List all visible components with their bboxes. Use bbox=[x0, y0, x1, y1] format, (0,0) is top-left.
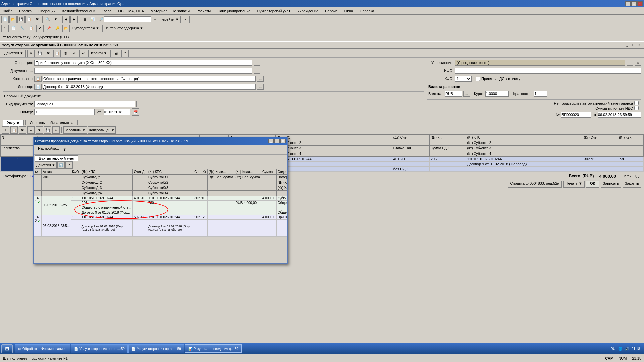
rate-input[interactable]: 1.0000 bbox=[485, 90, 509, 97]
counterpart-search[interactable]: ... bbox=[257, 76, 264, 82]
doc-num-input2[interactable]: 9 bbox=[34, 109, 95, 115]
tb2-4[interactable]: 📋 bbox=[28, 25, 35, 32]
tb-fwd[interactable]: ▶ bbox=[70, 16, 78, 23]
counterpart-icon-btn[interactable]: 📋 bbox=[34, 76, 42, 82]
doc-win-max[interactable]: □ bbox=[631, 43, 636, 47]
contract-icon-btn[interactable]: 📄 bbox=[34, 84, 42, 90]
act-pereiti[interactable]: Перейти ▼ bbox=[88, 50, 108, 57]
tb2-3[interactable]: 🔧 bbox=[19, 25, 26, 32]
modal-min[interactable]: _ bbox=[268, 139, 274, 143]
tb2-2[interactable]: 📄 bbox=[10, 25, 17, 32]
modal-refresh[interactable]: 🔄 bbox=[57, 161, 65, 169]
menu-accounting[interactable]: Бухгалтерский учёт bbox=[255, 8, 292, 14]
act-edit[interactable]: ✏ bbox=[27, 50, 35, 57]
start-button[interactable]: ⊞ bbox=[1, 344, 13, 353]
doc-type-search[interactable]: ... bbox=[136, 101, 143, 107]
contract-input[interactable]: Договор 9 от 01.02.2018 (Форвард) bbox=[43, 84, 256, 90]
modal-row-2c[interactable]: Договор 9 от 01.02.2018 (Фор...(01) 03 (… bbox=[34, 224, 287, 232]
act-unpost[interactable]: ↩ bbox=[79, 50, 87, 57]
menu-service[interactable]: Сервис bbox=[323, 8, 340, 14]
doc-type-input[interactable]: Накладная bbox=[34, 101, 135, 107]
doc-win-min[interactable]: _ bbox=[625, 43, 630, 47]
modal-row-1b[interactable]: 296 730 RUB 4 000,00 Общество с огранич.… bbox=[34, 201, 287, 205]
nav-input[interactable] bbox=[104, 16, 151, 22]
doc-date-input[interactable]: 01.02.2018 bbox=[104, 109, 130, 115]
counterpart-input[interactable]: Общество с ограниченной ответственностью… bbox=[43, 76, 256, 82]
operation-input[interactable]: Приобретение у поставщика (XXX – 302.XX) bbox=[34, 60, 252, 66]
modal-row-2a[interactable]: А 2 ✓ 06.02.2018 23:5... 1 1101051002691… bbox=[34, 215, 287, 220]
tb-save[interactable]: 💾 bbox=[17, 16, 25, 23]
nds-checkbox[interactable] bbox=[476, 77, 480, 81]
actions-dropdown[interactable]: Действия ▼ bbox=[2, 50, 26, 57]
modal-help2[interactable]: ? bbox=[65, 161, 73, 169]
tb2-8[interactable]: 📂 bbox=[62, 25, 70, 32]
act-copy[interactable]: 📋 bbox=[53, 50, 61, 57]
spravka-btn[interactable]: Справка ф.0504833, ред.52н bbox=[508, 181, 562, 188]
docnum-search[interactable]: ... bbox=[254, 68, 260, 74]
task-3[interactable]: 📄 Услуги сторонних орган...:59 bbox=[128, 344, 184, 353]
act-help[interactable]: ? bbox=[121, 50, 129, 57]
tab-copy-row[interactable]: 📋 bbox=[10, 126, 18, 134]
act-post[interactable]: ✔ bbox=[71, 50, 78, 57]
act-print[interactable]: 🖨 bbox=[113, 50, 120, 57]
modal-row-1a[interactable]: А 1 ✓ 06.02.2018 23:5... 1 1101051002691… bbox=[34, 196, 287, 201]
modal-settings-btn[interactable]: Настройка... bbox=[36, 146, 61, 153]
price-control-btn[interactable]: Контроль цен ▼ bbox=[88, 126, 116, 134]
task-4[interactable]: 📊 Результат проведения д...:59 bbox=[185, 344, 242, 353]
task-2[interactable]: 📄 Услуги сторонних орган ...:59 bbox=[71, 344, 128, 353]
minimize-btn[interactable]: _ bbox=[625, 1, 631, 6]
close-btn2[interactable]: Закрыть bbox=[623, 181, 641, 188]
contract-search[interactable]: ... bbox=[257, 84, 264, 90]
tab-obligations[interactable]: Денежные обязательства bbox=[25, 120, 78, 125]
menu-institution[interactable]: Учреждение bbox=[295, 8, 320, 14]
close-btn[interactable]: × bbox=[637, 1, 643, 6]
tab-up[interactable]: ▲ bbox=[27, 126, 35, 134]
tb-copy[interactable]: 📋 bbox=[25, 16, 33, 23]
menu-assets[interactable]: ОС, НМА, НПА bbox=[116, 8, 146, 14]
menu-file[interactable]: Файл bbox=[1, 8, 14, 14]
modal-max[interactable]: □ bbox=[274, 139, 280, 143]
ok-btn[interactable]: ОК bbox=[586, 181, 599, 188]
modal-row-2b[interactable]: 9 bbox=[34, 220, 287, 224]
institution-btn1[interactable]: ... bbox=[627, 60, 633, 66]
modal-actions[interactable]: Действия ▼ bbox=[35, 161, 57, 169]
modal-row-1d[interactable]: Договор 9 от 01.02.2018 (Фор... Общество… bbox=[34, 210, 287, 215]
tb2-1[interactable]: 🗂 bbox=[1, 25, 9, 32]
menu-treasury[interactable]: Казначейство/Банк bbox=[60, 8, 97, 14]
currency-input[interactable]: RUB bbox=[445, 90, 462, 97]
docnum-input[interactable] bbox=[34, 68, 252, 74]
menu-operations[interactable]: Операции bbox=[36, 8, 57, 14]
no-auto-checkbox[interactable] bbox=[634, 101, 639, 105]
operation-search[interactable]: ... bbox=[254, 60, 260, 66]
doc-win-close[interactable]: × bbox=[637, 43, 642, 47]
task-1[interactable]: 🖥 Обработка: Формирование... bbox=[15, 344, 70, 353]
tb-print[interactable]: 🖨 bbox=[81, 16, 88, 23]
tb2-6[interactable]: 📌 bbox=[45, 25, 52, 32]
tb-delete[interactable]: ✖ bbox=[34, 16, 41, 23]
tb2-rukovoditel[interactable]: Руководителю ▼ bbox=[71, 25, 100, 32]
modal-table-wrapper[interactable]: № Актив... КФО (Дт) КПС Счет Дт (Кт) КПС… bbox=[34, 169, 287, 237]
menu-edit[interactable]: Правка bbox=[17, 8, 34, 14]
tab-cancel2[interactable]: ↩ bbox=[52, 126, 60, 134]
save-btn[interactable]: Записать bbox=[601, 181, 621, 188]
act-cancel[interactable]: ✖ bbox=[45, 50, 52, 57]
menu-cash[interactable]: Касса bbox=[100, 8, 114, 14]
tb-open[interactable]: 📂 bbox=[9, 16, 17, 23]
tab-del-row[interactable]: ✖ bbox=[19, 126, 26, 134]
modal-tab-accounting[interactable]: Бухгалтерский учет bbox=[35, 155, 78, 161]
act-save[interactable]: 💾 bbox=[36, 50, 43, 57]
bp-num-input[interactable]: БП000020 bbox=[561, 112, 591, 118]
modal-row-1c[interactable]: Общество с ограниченной отв... 01.02.201… bbox=[34, 205, 287, 210]
menu-inventory[interactable]: Материальные запасы bbox=[149, 8, 192, 14]
menu-windows[interactable]: Окна bbox=[342, 8, 355, 14]
tb-report[interactable]: 📊 bbox=[89, 16, 96, 23]
tab-services[interactable]: Услуги bbox=[3, 120, 24, 126]
modal-close[interactable]: × bbox=[280, 139, 286, 143]
tb-search[interactable]: 🔍 bbox=[44, 16, 51, 23]
tab-save2[interactable]: 💾 bbox=[44, 126, 51, 134]
tb-filter[interactable]: ▼ bbox=[52, 16, 59, 23]
menu-help[interactable]: Справка bbox=[358, 8, 376, 14]
maximize-btn[interactable]: □ bbox=[631, 1, 637, 6]
modal-row-2d[interactable] bbox=[34, 232, 287, 237]
kfo-select[interactable]: 1234 bbox=[455, 76, 472, 82]
